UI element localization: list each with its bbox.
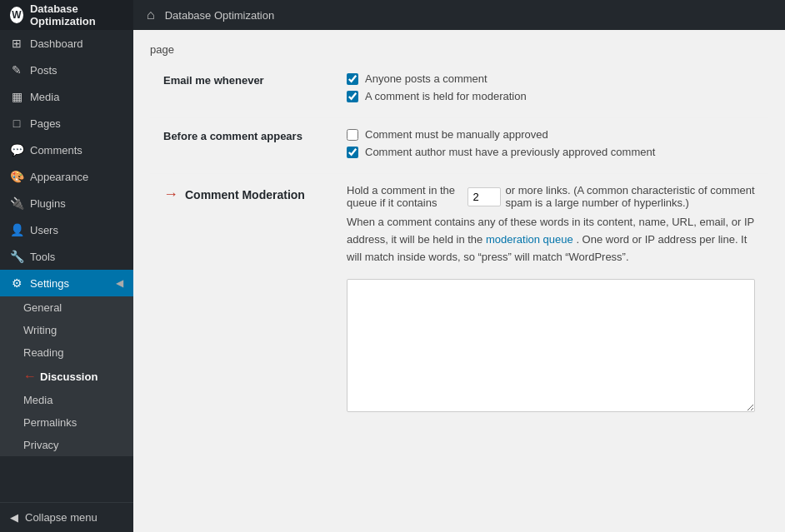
pages-icon: □ — [10, 117, 23, 130]
sidebar-label: Plugins — [30, 197, 66, 210]
sidebar-item-posts[interactable]: ✎ Posts — [0, 57, 133, 83]
hold-row: Hold a comment in the queue if it contai… — [347, 184, 755, 209]
before-comment-label: Before a comment appears — [150, 118, 333, 174]
hold-text-2: or more links. (A common characteristic … — [506, 184, 755, 209]
admin-bar: ⌂ Database Optimization — [133, 0, 785, 30]
comment-moderation-row: → Comment Moderation Hold a comment in t… — [150, 174, 768, 425]
before-option-2: Comment author must have a previously ap… — [347, 146, 755, 158]
settings-submenu: General Writing Reading ← Discussion Med… — [0, 296, 133, 456]
appearance-icon: 🎨 — [10, 170, 23, 183]
dashboard-icon: ⊞ — [10, 37, 23, 50]
sidebar-label: Comments — [30, 144, 82, 157]
posts-icon: ✎ — [10, 63, 23, 77]
sub-item-reading[interactable]: Reading — [0, 341, 133, 364]
before-option-1: Comment must be manually approved — [347, 128, 755, 141]
email-options: Anyone posts a comment A comment is held… — [333, 62, 768, 118]
wp-logo: W — [10, 7, 23, 23]
before-option-1-label: Comment must be manually approved — [365, 128, 548, 141]
media-icon: ▦ — [10, 90, 23, 103]
users-icon: 👤 — [10, 223, 23, 236]
sidebar: W Database Optimization ⊞ Dashboard ✎ Po… — [0, 0, 133, 532]
sub-item-permalinks[interactable]: Permalinks — [0, 411, 133, 434]
sidebar-label: Users — [30, 224, 58, 236]
plugins-icon: 🔌 — [10, 196, 23, 210]
hold-links-input[interactable] — [468, 187, 501, 206]
sub-item-discussion[interactable]: ← Discussion — [0, 364, 133, 389]
settings-icon: ⚙ — [10, 276, 23, 290]
admin-bar-title: Database Optimization — [165, 9, 275, 22]
comment-moderation-content: Hold a comment in the queue if it contai… — [333, 174, 768, 425]
discussion-arrow-icon: ← — [23, 369, 37, 384]
comment-moderation-label: → Comment Moderation — [163, 186, 320, 208]
sidebar-item-plugins[interactable]: 🔌 Plugins — [0, 190, 133, 216]
email-row: Email me whenever Anyone posts a comment… — [150, 62, 768, 118]
page-ref: page — [150, 43, 768, 56]
sidebar-header: W Database Optimization — [0, 0, 133, 30]
sidebar-item-media[interactable]: ▦ Media — [0, 83, 133, 110]
sub-item-general[interactable]: General — [0, 296, 133, 319]
moderation-desc: When a comment contains any of these wor… — [347, 214, 755, 266]
sub-item-media[interactable]: Media — [0, 389, 133, 411]
moderation-queue-link[interactable]: moderation queue — [486, 233, 573, 246]
comments-icon: 💬 — [10, 143, 23, 157]
sidebar-label: Settings — [30, 277, 69, 290]
main-content: ⌂ Database Optimization page Email me wh… — [133, 0, 785, 532]
sidebar-item-comments[interactable]: 💬 Comments — [0, 137, 133, 163]
before-comment-row: Before a comment appears Comment must be… — [150, 118, 768, 174]
email-option-2: A comment is held for moderation — [347, 90, 755, 102]
sub-item-writing[interactable]: Writing — [0, 319, 133, 341]
sidebar-item-pages[interactable]: □ Pages — [0, 110, 133, 137]
moderation-textarea[interactable] — [347, 279, 755, 412]
sidebar-label: Pages — [30, 117, 61, 130]
email-option-1-label: Anyone posts a comment — [365, 72, 488, 85]
email-option-1: Anyone posts a comment — [347, 72, 755, 85]
sub-item-privacy[interactable]: Privacy — [0, 434, 133, 456]
sidebar-label: Posts — [30, 64, 58, 77]
sidebar-label: Appearance — [30, 171, 88, 183]
collapse-label: Collapse menu — [25, 511, 98, 524]
email-label: Email me whenever — [150, 62, 333, 118]
comment-moderation-label-cell: → Comment Moderation — [150, 174, 333, 425]
sidebar-item-users[interactable]: 👤 Users — [0, 216, 133, 243]
sidebar-label: Media — [30, 91, 59, 103]
hold-text-1: Hold a comment in the queue if it contai… — [347, 184, 462, 209]
before-comment-options: Comment must be manually approved Commen… — [333, 118, 768, 174]
home-icon: ⌂ — [147, 7, 155, 22]
before-option-2-label: Comment author must have a previously ap… — [365, 146, 655, 158]
email-option-2-label: A comment is held for moderation — [365, 90, 527, 102]
before-checkbox-1[interactable] — [347, 129, 358, 141]
before-checkbox-2[interactable] — [347, 147, 358, 158]
moderation-arrow-icon: → — [163, 186, 178, 203]
sidebar-label: Tools — [30, 251, 55, 263]
content-area: page Email me whenever Anyone posts a co… — [133, 30, 785, 532]
email-checkbox-1[interactable] — [347, 73, 358, 85]
settings-arrow-icon: ◀ — [116, 277, 123, 289]
sidebar-item-appearance[interactable]: 🎨 Appearance — [0, 163, 133, 190]
email-checkbox-2[interactable] — [347, 91, 358, 102]
collapse-icon: ◀ — [10, 511, 18, 524]
sidebar-label: Dashboard — [30, 37, 83, 50]
site-title: Database Optimization — [30, 2, 123, 27]
sidebar-item-settings[interactable]: ⚙ Settings ◀ — [0, 270, 133, 296]
sidebar-item-tools[interactable]: 🔧 Tools — [0, 243, 133, 270]
tools-icon: 🔧 — [10, 250, 23, 263]
collapse-menu-button[interactable]: ◀ Collapse menu — [0, 502, 133, 532]
settings-table: Email me whenever Anyone posts a comment… — [150, 62, 768, 425]
sidebar-item-dashboard[interactable]: ⊞ Dashboard — [0, 30, 133, 57]
